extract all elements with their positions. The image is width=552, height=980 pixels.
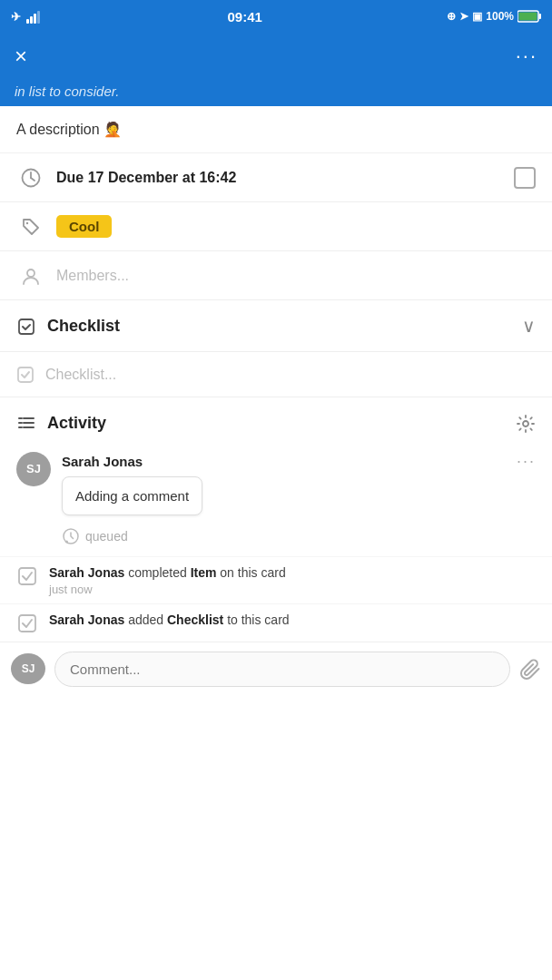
more-options-button[interactable]: ··· bbox=[516, 44, 537, 68]
members-icon bbox=[16, 266, 45, 286]
svg-rect-24 bbox=[19, 615, 35, 632]
arrow-icon: ➤ bbox=[459, 10, 468, 23]
airplane-icon: ✈ bbox=[11, 10, 21, 24]
svg-rect-2 bbox=[34, 14, 36, 24]
checklist-icon bbox=[16, 315, 36, 337]
activity-title: Activity bbox=[47, 414, 106, 433]
comment-input-row: SJ bbox=[0, 642, 552, 696]
battery-icon bbox=[518, 10, 541, 24]
activity-item-0: SJ Sarah Jonas ··· Adding a comment queu… bbox=[0, 445, 552, 556]
queued-label-0: queued bbox=[85, 529, 128, 544]
svg-rect-13 bbox=[18, 368, 33, 382]
activity-gear-icon[interactable] bbox=[516, 412, 536, 434]
due-date-label: Due 17 December at 16:42 bbox=[56, 170, 236, 185]
svg-point-10 bbox=[26, 221, 28, 223]
checklist-chevron-icon[interactable]: ∨ bbox=[522, 315, 536, 337]
checklist-input-row[interactable]: Checklist... bbox=[0, 352, 552, 397]
checklist-placeholder: Checklist... bbox=[45, 367, 116, 383]
status-time: 09:41 bbox=[227, 9, 261, 24]
status-bar: ✈ 09:41 ⊕ ➤ ▣ 100% bbox=[0, 0, 552, 33]
members-placeholder: Members... bbox=[56, 268, 129, 283]
description-emoji: 🤦 bbox=[104, 122, 122, 137]
description-row: A description 🤦 bbox=[0, 106, 552, 153]
activity-list-icon bbox=[16, 413, 36, 433]
activity-desc-1: Sarah Jonas completed Item on this card … bbox=[49, 564, 286, 596]
activity-header: Activity bbox=[0, 397, 552, 445]
avatar-initials-0: SJ bbox=[26, 462, 41, 475]
activity-user-name-2: Sarah Jonas bbox=[49, 612, 124, 627]
activity-desc-2: Sarah Jonas added Checklist to this card bbox=[49, 612, 290, 630]
comment-avatar-initials: SJ bbox=[22, 662, 35, 675]
comment-input[interactable] bbox=[54, 652, 510, 687]
svg-rect-5 bbox=[538, 14, 541, 19]
svg-rect-1 bbox=[30, 16, 33, 24]
activity-header-left: Activity bbox=[16, 413, 106, 433]
members-content: Members... bbox=[56, 268, 536, 284]
activity-item-1: Item bbox=[191, 565, 217, 580]
comment-bubble-0: Adding a comment bbox=[62, 476, 202, 515]
svg-point-20 bbox=[523, 421, 528, 426]
activity-user-0: Sarah Jonas bbox=[62, 454, 143, 469]
svg-rect-12 bbox=[19, 319, 34, 334]
activity-name-row-0: Sarah Jonas ··· bbox=[62, 452, 536, 471]
svg-line-9 bbox=[31, 178, 34, 181]
activity-suffix-2: to this card bbox=[227, 612, 289, 627]
activity-desc-text-1: Sarah Jonas completed Item on this card bbox=[49, 564, 286, 583]
activity-item-2: Checklist bbox=[167, 612, 223, 627]
checklist-item-icon bbox=[16, 365, 34, 384]
battery-percent: 100% bbox=[486, 10, 514, 23]
close-button[interactable]: × bbox=[15, 44, 27, 69]
comment-text-0: Adding a comment bbox=[75, 488, 189, 504]
label-row[interactable]: Cool bbox=[0, 202, 552, 251]
activity-more-button-0[interactable]: ··· bbox=[517, 452, 536, 471]
activity-avatar-0: SJ bbox=[16, 452, 51, 486]
svg-point-11 bbox=[27, 270, 34, 277]
checklist-header-left: Checklist bbox=[16, 315, 120, 337]
svg-rect-6 bbox=[518, 13, 537, 21]
location-icon: ⊕ bbox=[447, 10, 456, 23]
screen-icon: ▣ bbox=[472, 10, 482, 23]
activity-body-0: Sarah Jonas ··· Adding a comment queued bbox=[62, 452, 536, 545]
svg-rect-23 bbox=[19, 568, 35, 584]
activity-user-name-1: Sarah Jonas bbox=[49, 565, 124, 580]
svg-point-22 bbox=[65, 541, 68, 544]
status-left: ✈ bbox=[11, 9, 43, 24]
attachment-icon[interactable] bbox=[519, 657, 541, 681]
activity-item-2: Sarah Jonas added Checklist to this card bbox=[0, 603, 552, 642]
comment-avatar: SJ bbox=[11, 653, 45, 684]
top-bar: × ··· bbox=[0, 33, 552, 80]
activity-time-1: just now bbox=[49, 583, 286, 596]
due-date-checkbox[interactable] bbox=[514, 167, 536, 189]
signal-icon bbox=[26, 9, 43, 24]
queued-row-0: queued bbox=[62, 526, 536, 545]
activity-item-1: Sarah Jonas completed Item on this card … bbox=[0, 556, 552, 603]
status-right: ⊕ ➤ ▣ 100% bbox=[447, 10, 541, 24]
svg-rect-0 bbox=[26, 19, 29, 24]
activity-suffix-1: on this card bbox=[220, 565, 285, 580]
clock-icon bbox=[16, 168, 45, 188]
label-tag[interactable]: Cool bbox=[56, 215, 112, 238]
activity-desc-text-2: Sarah Jonas added Checklist to this card bbox=[49, 612, 290, 630]
checklist-title: Checklist bbox=[47, 317, 120, 336]
label-content: Cool bbox=[56, 219, 536, 235]
activity-check-icon-2 bbox=[16, 612, 38, 634]
due-date-row[interactable]: Due 17 December at 16:42 bbox=[0, 153, 552, 202]
partial-title: in list to consider. bbox=[0, 80, 552, 106]
svg-rect-3 bbox=[37, 11, 40, 24]
tag-icon bbox=[16, 217, 45, 237]
members-row[interactable]: Members... bbox=[0, 251, 552, 300]
description-text: A description bbox=[16, 122, 100, 137]
activity-check-icon-1 bbox=[16, 564, 38, 587]
queued-icon bbox=[62, 526, 80, 545]
due-date-content: Due 17 December at 16:42 bbox=[56, 170, 514, 186]
main-content: A description 🤦 Due 17 December at 16:42… bbox=[0, 106, 552, 642]
checklist-header[interactable]: Checklist ∨ bbox=[0, 300, 552, 352]
